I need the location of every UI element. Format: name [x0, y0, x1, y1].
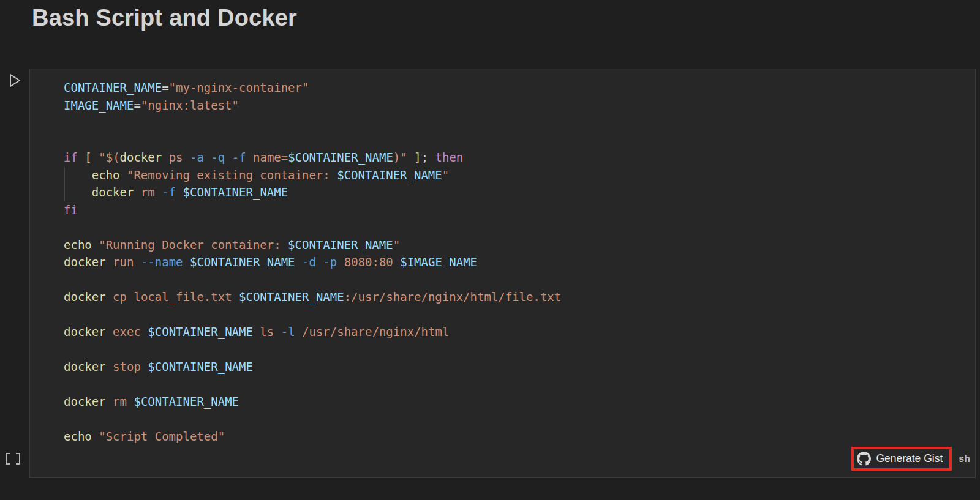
annotation-highlight-box: Generate Gist [851, 447, 952, 471]
code-line [64, 376, 975, 394]
play-icon [8, 73, 22, 90]
brackets-icon [6, 453, 20, 465]
github-octocat-icon [857, 452, 871, 466]
code-footer: Generate Gist sh [851, 447, 970, 471]
code-line [64, 271, 975, 289]
page-title: Bash Script and Docker [32, 5, 297, 31]
code-line: if [ "$(docker ps -a -q -f name=$CONTAIN… [64, 149, 975, 166]
code-line [64, 306, 975, 324]
generate-gist-button[interactable]: Generate Gist [857, 450, 943, 467]
code-line: docker cp local_file.txt $CONTAINER_NAME… [64, 288, 975, 306]
code-line [64, 132, 975, 149]
indent-guide [64, 168, 65, 201]
code-line: echo "Script Completed" [64, 428, 975, 446]
code-line: fi [64, 201, 975, 219]
select-cell-button[interactable] [4, 451, 22, 466]
code-line: echo "Running Docker container: $CONTAIN… [64, 236, 975, 254]
code-line: docker stop $CONTAINER_NAME [64, 358, 975, 376]
code-cell[interactable]: CONTAINER_NAME="my-nginx-container"IMAGE… [29, 69, 976, 478]
code-line: docker rm $CONTAINER_NAME [64, 393, 975, 411]
code-content[interactable]: CONTAINER_NAME="my-nginx-container"IMAGE… [30, 69, 975, 446]
code-line: docker exec $CONTAINER_NAME ls -l /usr/s… [64, 323, 975, 341]
code-line: IMAGE_NAME="nginx:latest" [64, 97, 975, 114]
code-line [64, 341, 975, 359]
generate-gist-label: Generate Gist [876, 452, 943, 465]
code-line: docker rm -f $CONTAINER_NAME [64, 184, 975, 201]
language-badge: sh [959, 453, 970, 465]
code-line: docker run --name $CONTAINER_NAME -d -p … [64, 253, 975, 271]
run-cell-button[interactable] [6, 73, 23, 90]
code-line [64, 411, 975, 428]
code-line: echo "Removing existing container: $CONT… [64, 166, 975, 184]
page: Bash Script and Docker CONTAINER_NAME="m… [0, 0, 980, 500]
code-line [64, 218, 975, 236]
code-line [64, 114, 975, 132]
code-line: CONTAINER_NAME="my-nginx-container" [64, 79, 975, 97]
